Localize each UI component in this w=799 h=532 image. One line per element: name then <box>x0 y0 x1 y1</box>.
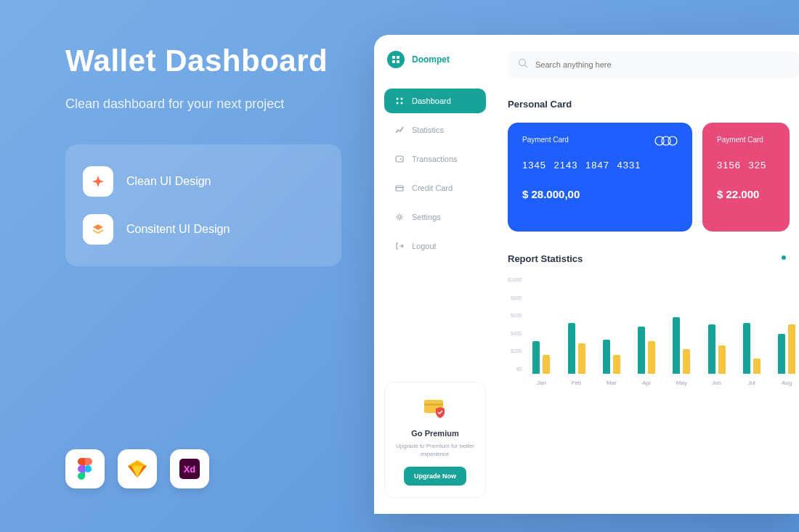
bar <box>753 359 761 374</box>
svg-point-21 <box>668 136 677 145</box>
sparkle-icon <box>83 166 113 197</box>
card-chip-icon <box>654 136 678 149</box>
sidebar-item-dashboard[interactable]: Dashboard <box>384 89 486 113</box>
bar <box>638 327 645 374</box>
transfer-icon <box>394 154 405 164</box>
bar-label: Jan <box>537 380 546 386</box>
bar-label: Aug <box>782 380 792 386</box>
bar <box>788 324 795 374</box>
svg-rect-11 <box>396 156 403 162</box>
brand[interactable]: Doompet <box>384 51 486 68</box>
sidebar-item-credit-card[interactable]: Credit Card <box>384 176 486 200</box>
card-icon <box>394 183 405 193</box>
svg-rect-16 <box>424 404 443 406</box>
upgrade-button[interactable]: Upgrade Now <box>404 467 466 486</box>
bar <box>543 355 550 374</box>
sketch-icon <box>118 449 157 488</box>
feature-label: Clean UI Design <box>126 175 211 188</box>
payment-card[interactable]: Payment Card 3156 325 $ 22.000 <box>702 123 790 232</box>
svg-point-7 <box>397 98 399 100</box>
bar <box>532 341 540 375</box>
legend-dot-icon <box>782 255 786 260</box>
chart-yaxis: $1000 $800 $600 $400 $200 $0 <box>508 277 526 372</box>
shield-card-icon <box>421 394 449 422</box>
brand-name: Doompet <box>412 54 450 65</box>
card-number: 1345 2143 1847 4331 <box>522 160 678 171</box>
bar-label: Jun <box>712 380 721 386</box>
sidebar-item-settings[interactable]: Settings <box>384 205 486 229</box>
sidebar-item-logout[interactable]: Logout <box>384 234 486 258</box>
bar-label: Mar <box>607 380 617 386</box>
sidebar: Doompet Dashboard Statistics Transaction… <box>374 35 496 514</box>
svg-rect-5 <box>392 60 395 63</box>
feature-label: Consitent UI Design <box>126 223 230 236</box>
promo-title: Wallet Dashboard <box>65 44 341 78</box>
main-content: Personal Card Payment Card 1345 2143 184… <box>496 35 799 514</box>
bar <box>743 323 750 374</box>
report-title: Report Statistics <box>508 253 799 264</box>
svg-line-18 <box>525 65 528 68</box>
bar <box>603 340 610 374</box>
ytick: $0 <box>508 367 522 372</box>
promo-subtitle: Clean dashboard for your next project <box>65 94 341 114</box>
svg-point-10 <box>401 102 403 105</box>
bar-group: Mar <box>599 279 624 386</box>
feature-list: Clean UI Design Consitent UI Design <box>65 144 341 266</box>
nav: Dashboard Statistics Transactions Credit… <box>384 89 486 258</box>
card-balance: $ 28.000,00 <box>522 188 678 200</box>
ytick: $400 <box>508 331 522 336</box>
xd-icon: Xd <box>170 449 209 488</box>
svg-rect-12 <box>396 186 403 191</box>
gear-icon <box>394 212 405 222</box>
ytick: $200 <box>508 348 522 353</box>
feature-item: Consitent UI Design <box>83 208 324 250</box>
svg-rect-4 <box>397 56 400 59</box>
bar-group: May <box>669 279 694 386</box>
search-bar[interactable] <box>508 51 799 78</box>
svg-point-17 <box>519 60 526 66</box>
sidebar-item-label: Dashboard <box>412 97 451 105</box>
layers-icon <box>83 214 113 245</box>
figma-icon <box>65 449 105 488</box>
bar-label: Apr <box>642 380 651 386</box>
svg-point-8 <box>401 98 403 100</box>
bar <box>673 317 680 374</box>
bar <box>648 341 655 375</box>
bar <box>778 334 785 374</box>
svg-rect-6 <box>397 60 400 63</box>
ytick: $600 <box>508 313 522 318</box>
search-icon <box>518 58 528 71</box>
premium-card: Go Premium Upgrade to Premium for better… <box>384 382 486 498</box>
sidebar-item-label: Logout <box>412 242 437 250</box>
sidebar-item-label: Statistics <box>412 126 444 134</box>
bar-group: Jan <box>529 279 553 386</box>
sidebar-item-statistics[interactable]: Statistics <box>384 118 486 142</box>
bar-group: Feb <box>564 279 589 386</box>
bar-label: May <box>676 380 687 386</box>
svg-text:Xd: Xd <box>184 464 196 475</box>
card-label: Payment Card <box>717 136 775 144</box>
card-balance: $ 22.000 <box>717 188 775 200</box>
bar-group: Apr <box>634 279 659 386</box>
bar <box>568 323 575 374</box>
personal-card-title: Personal Card <box>508 99 799 110</box>
feature-item: Clean UI Design <box>83 160 324 202</box>
payment-card[interactable]: Payment Card 1345 2143 1847 4331 $ 28.00… <box>508 123 692 232</box>
card-carousel[interactable]: Payment Card 1345 2143 1847 4331 $ 28.00… <box>508 123 799 232</box>
grid-icon <box>394 96 405 106</box>
bar <box>718 345 726 374</box>
card-number: 3156 325 <box>717 160 775 171</box>
report-header: Report Statistics <box>508 253 799 264</box>
bar <box>613 355 620 374</box>
bar-group: Jun <box>705 279 729 386</box>
svg-point-9 <box>397 102 399 105</box>
ytick: $1000 <box>508 277 522 282</box>
sidebar-item-transactions[interactable]: Transactions <box>384 147 486 171</box>
search-input[interactable] <box>535 60 789 69</box>
bar-label: Feb <box>572 380 582 386</box>
bar <box>683 349 690 374</box>
bar <box>578 343 585 374</box>
tool-icons: Xd <box>65 449 209 488</box>
report-chart: $1000 $800 $600 $400 $200 $0 JanFebMarAp… <box>508 277 799 386</box>
premium-title: Go Premium <box>392 429 478 438</box>
